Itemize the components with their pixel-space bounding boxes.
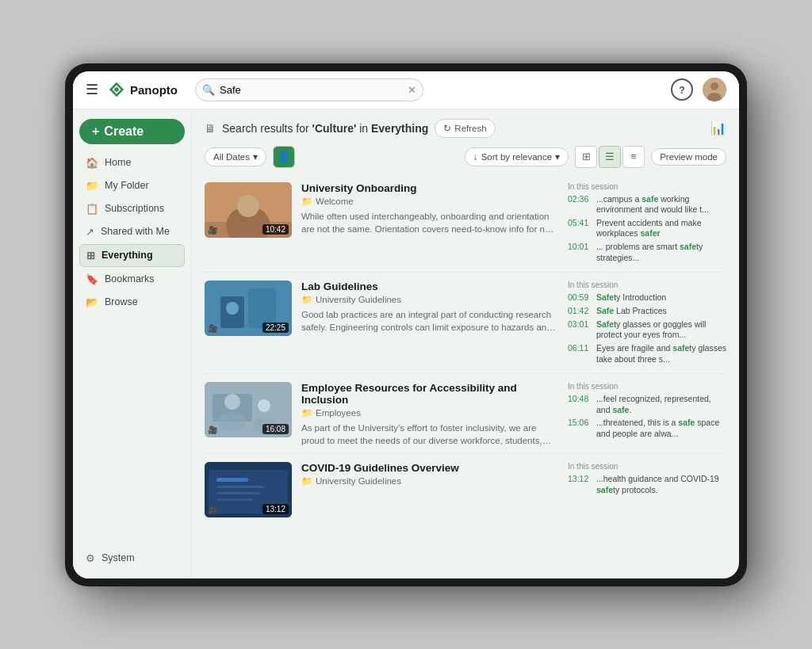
session-hit[interactable]: 02:36 ...campus a safe working environme…	[568, 194, 726, 216]
svg-point-17	[218, 412, 247, 431]
svg-point-2	[114, 87, 119, 92]
create-label: Create	[104, 124, 144, 139]
result-thumbnail[interactable]: 🎥 13:12	[205, 462, 292, 517]
results-list: 🎥 10:42 University Onboarding 📁 Welcome …	[205, 176, 726, 569]
sidebar-item-label: My Folder	[105, 180, 149, 191]
search-title-text: Search results for 'Culture' in Everythi…	[222, 122, 428, 135]
svg-point-18	[258, 399, 270, 412]
hit-time: 03:01	[568, 319, 592, 329]
result-folder[interactable]: 📁 Employees	[301, 407, 558, 418]
user-avatar[interactable]	[703, 78, 726, 101]
sidebar-item-system[interactable]: ⚙ System	[79, 548, 185, 569]
result-description: Good lab practices are an integral part …	[301, 308, 558, 334]
sidebar-item-label: System	[102, 552, 135, 563]
result-folder[interactable]: 📁 University Guidelines	[301, 475, 558, 487]
sidebar-item-shared-with-me[interactable]: ↗ Shared with Me	[79, 221, 185, 242]
refresh-icon: ↻	[443, 123, 451, 134]
sidebar-item-subscriptions[interactable]: 📋 Subscriptions	[79, 198, 185, 220]
result-thumbnail[interactable]: 🎥 22:25	[205, 281, 292, 336]
result-item: 🎥 16:08 Employee Resources for Accessibi…	[205, 376, 726, 454]
session-hit[interactable]: 03:01 Safety glasses or goggles will pro…	[568, 319, 726, 341]
hit-time: 10:01	[568, 242, 592, 251]
share-icon: ↗	[86, 226, 94, 238]
create-button[interactable]: + Create	[79, 119, 185, 144]
camera-icon: 🎥	[208, 506, 217, 514]
search-title: 🖥 Search results for 'Culture' in Everyt…	[205, 119, 496, 138]
sidebar-item-my-folder[interactable]: 📁 My Folder	[79, 175, 185, 197]
folder-icon: 📁	[86, 180, 98, 192]
sidebar-item-bookmarks[interactable]: 🔖 Bookmarks	[79, 269, 185, 290]
svg-rect-25	[216, 498, 252, 501]
result-title[interactable]: University Onboarding	[301, 182, 558, 194]
sidebar-item-label: Home	[105, 157, 131, 168]
svg-point-4	[710, 82, 718, 90]
sidebar-item-label: Shared with Me	[101, 226, 170, 237]
svg-point-8	[237, 195, 259, 217]
hamburger-menu[interactable]: ☰	[86, 81, 98, 98]
session-hit[interactable]: 10:01 ... problems are smart safety stra…	[568, 242, 726, 263]
search-input[interactable]	[195, 78, 423, 101]
result-folder[interactable]: 📁 University Guidelines	[301, 294, 558, 305]
session-hit[interactable]: 00:59 Safety Introduction	[568, 292, 726, 304]
sidebar-item-browse[interactable]: 📂 Browse	[79, 292, 185, 313]
top-nav: ☰ Panopto 🔍 ✕ ?	[73, 71, 739, 109]
logo-text: Panopto	[130, 83, 178, 97]
result-title[interactable]: COVID-19 Guidelines Overview	[301, 462, 558, 474]
hit-time: 15:06	[568, 418, 592, 427]
filters-row: All Dates ▾ 👤 ↓ Sort by relevance ▾ ⊞	[205, 146, 726, 168]
compact-view-button[interactable]: ≡	[622, 146, 645, 168]
session-hits: In this session 10:48 ...feel recognized…	[568, 382, 726, 442]
refresh-button[interactable]: ↻ Refresh	[435, 119, 495, 138]
session-hit[interactable]: 15:06 ...threatened, this is a safe spac…	[568, 418, 726, 439]
grid-view-button[interactable]: ⊞	[575, 146, 597, 168]
hit-text: ... problems are smart safety strategies…	[596, 242, 726, 263]
sort-button[interactable]: ↓ Sort by relevance ▾	[465, 147, 569, 166]
dates-chevron-icon: ▾	[253, 151, 258, 162]
camera-icon: 🎥	[208, 324, 217, 333]
sidebar-item-label: Subscriptions	[105, 203, 164, 214]
sidebar-item-label: Everything	[102, 250, 153, 261]
svg-point-16	[224, 394, 240, 410]
folder-icon: 📁	[301, 475, 312, 487]
session-hit[interactable]: 01:42 Safe Lab Practices	[568, 306, 726, 317]
hit-time: 05:41	[568, 218, 592, 227]
result-folder[interactable]: 📁 Welcome	[301, 196, 558, 207]
search-clear-icon[interactable]: ✕	[408, 84, 416, 96]
sidebar-item-everything[interactable]: ⊞ Everything	[79, 244, 185, 267]
session-hit[interactable]: 06:11 Eyes are fragile and safety glasse…	[568, 343, 726, 365]
search-scope: Everything	[371, 122, 428, 135]
sidebar-item-home[interactable]: 🏠 Home	[79, 152, 185, 174]
result-thumbnail[interactable]: 🎥 10:42	[205, 182, 292, 238]
panopto-logo-icon	[108, 81, 125, 98]
list-view-button[interactable]: ☰	[599, 146, 621, 168]
hit-time: 02:36	[568, 194, 592, 204]
hit-text: Safety glasses or goggles will protect y…	[596, 319, 726, 341]
search-prefix: Search results for	[222, 122, 312, 135]
result-title[interactable]: Lab Guidelines	[301, 281, 558, 292]
hit-text: Safe Lab Practices	[596, 306, 667, 317]
hit-text: ...health guidance and COVID-19 safety p…	[596, 474, 726, 495]
help-button[interactable]: ?	[671, 78, 693, 101]
create-plus-icon: +	[92, 124, 99, 139]
result-item: 🎥 13:12 COVID-19 Guidelines Overview 📁 U…	[205, 456, 726, 524]
filter-icon-button[interactable]: 👤	[273, 146, 295, 168]
stats-icon[interactable]: 📊	[710, 120, 726, 136]
preview-mode-button[interactable]: Preview mode	[651, 148, 726, 166]
result-title[interactable]: Employee Resources for Accessibility and…	[301, 382, 558, 406]
session-label: In this session	[568, 382, 726, 391]
search-query: 'Culture'	[312, 122, 357, 135]
session-hit[interactable]: 10:48 ...feel recognized, represented, a…	[568, 394, 726, 415]
bookmarks-icon: 🔖	[86, 273, 98, 285]
folder-icon: 📁	[301, 294, 312, 305]
result-description: As part of the University's effort to fo…	[301, 422, 558, 447]
browse-icon: 📂	[86, 296, 98, 308]
session-hit[interactable]: 05:41 Prevent accidents and make workpla…	[568, 218, 726, 239]
folder-name: Welcome	[316, 197, 354, 206]
search-in-label: in	[356, 122, 371, 135]
sort-label: Sort by relevance	[481, 152, 553, 162]
session-hit[interactable]: 13:12 ...health guidance and COVID-19 sa…	[568, 474, 726, 495]
result-thumbnail[interactable]: 🎥 16:08	[205, 382, 292, 437]
camera-icon: 🎥	[208, 426, 217, 434]
session-hits: In this session 13:12 ...health guidance…	[568, 462, 726, 498]
dates-filter[interactable]: All Dates ▾	[205, 147, 266, 166]
